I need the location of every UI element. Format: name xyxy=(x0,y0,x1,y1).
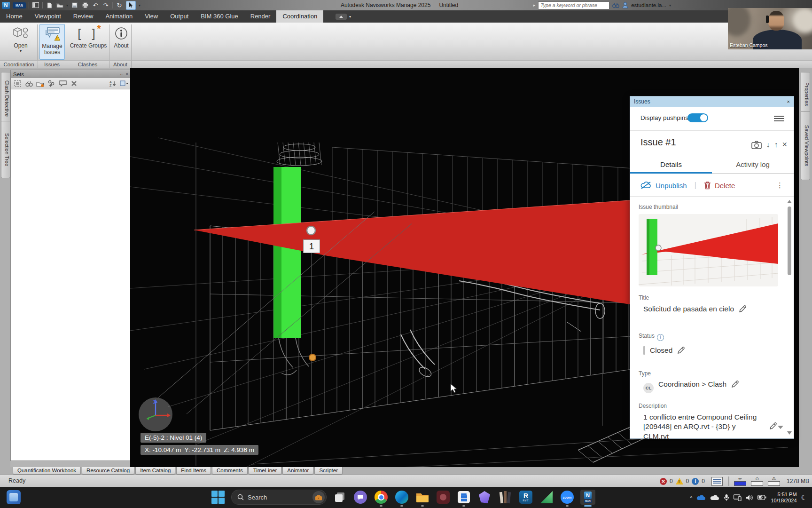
taskbar-search[interactable]: Search xyxy=(231,490,327,505)
tab-details[interactable]: Details xyxy=(630,157,712,173)
chat-app-icon[interactable] xyxy=(353,490,368,505)
cast-device-icon[interactable] xyxy=(734,494,742,501)
ribbon-state-icon[interactable] xyxy=(336,14,347,20)
issue-thumbnail[interactable] xyxy=(639,214,778,286)
more-options-icon[interactable]: ⋮ xyxy=(776,181,783,190)
redo-icon[interactable]: ↷ xyxy=(102,1,109,9)
keyword-search-input[interactable] xyxy=(538,1,609,9)
select-tool-button[interactable] xyxy=(126,1,136,10)
create-groups-button[interactable]: [ ] * Create Groups xyxy=(69,24,108,59)
app-menu-icon[interactable] xyxy=(32,1,39,9)
issues-scrollbar[interactable] xyxy=(786,199,793,436)
sort-icon[interactable]: AZ xyxy=(109,79,117,87)
dock-tab-timeliner[interactable]: TimeLiner xyxy=(249,467,282,475)
display-pushpins-toggle[interactable] xyxy=(687,113,708,122)
group-clashes[interactable]: Clashes xyxy=(66,61,109,69)
open-caret-icon[interactable]: ▾ xyxy=(66,3,68,8)
weather-cloud-icon[interactable] xyxy=(710,494,719,500)
dock-tab-comments[interactable]: Comments xyxy=(212,467,248,475)
signed-in-user[interactable]: estudiante.la... xyxy=(631,2,666,8)
edit-title-pencil-icon[interactable] xyxy=(739,305,747,313)
group-coordination[interactable]: Coordination xyxy=(0,61,38,69)
tab-view[interactable]: View xyxy=(139,10,164,23)
open-file-icon[interactable] xyxy=(56,1,63,9)
file-explorer-icon[interactable] xyxy=(415,490,430,505)
user-menu-caret-icon[interactable]: ▾ xyxy=(669,3,671,8)
comment-icon[interactable] xyxy=(59,79,67,87)
edge-icon[interactable] xyxy=(394,490,409,505)
warning-count-icon[interactable]: ! xyxy=(676,478,683,484)
pushpin-number-label[interactable]: 1 xyxy=(303,239,320,253)
expand-arrow-icon[interactable]: ▸ xyxy=(533,3,536,8)
autodesk-docs-icon[interactable] xyxy=(539,490,554,505)
microphone-icon[interactable] xyxy=(724,494,729,501)
revit-icon[interactable]: RRVT xyxy=(518,490,533,505)
scroll-up-icon[interactable] xyxy=(787,200,792,203)
tab-review[interactable]: Review xyxy=(67,10,100,23)
tab-home[interactable]: Home xyxy=(0,10,29,23)
tab-bim360glue[interactable]: BIM 360 Glue xyxy=(195,10,244,23)
task-view-icon[interactable] xyxy=(332,490,347,505)
pin-icon[interactable]: ⌐ xyxy=(120,71,123,77)
tab-animation[interactable]: Animation xyxy=(99,10,139,23)
save-icon[interactable] xyxy=(71,1,78,9)
select-tool-caret-icon[interactable]: ▾ xyxy=(139,3,141,8)
next-issue-icon[interactable]: ↓ xyxy=(766,141,770,149)
dock-tab-scripter[interactable]: Scripter xyxy=(314,467,343,475)
navisworks-taskbar-icon[interactable]: NMAN xyxy=(580,490,595,505)
dock-tab-saved-viewpoints[interactable]: Saved Viewpoints xyxy=(801,111,810,180)
open-button[interactable]: Open ▾ xyxy=(6,24,36,59)
close-icon[interactable]: × xyxy=(125,71,128,77)
manage-issues-button[interactable]: ! ManageIssues xyxy=(39,24,65,60)
delete-set-icon[interactable] xyxy=(70,79,78,87)
library-app-icon[interactable] xyxy=(498,490,513,505)
dock-tab-find-items[interactable]: Find Items xyxy=(176,467,211,475)
error-count-icon[interactable]: ✕ xyxy=(660,478,667,485)
refresh-icon[interactable]: ↻ xyxy=(116,1,123,9)
status-info-icon[interactable]: i xyxy=(657,334,664,341)
unpublish-button[interactable]: Unpublish xyxy=(640,181,687,190)
new-file-icon[interactable] xyxy=(46,1,53,9)
undo-icon[interactable]: ↶ xyxy=(92,1,99,9)
zoom-icon[interactable]: zoom xyxy=(560,490,575,505)
widgets-icon[interactable] xyxy=(7,490,21,504)
dock-tab-animator[interactable]: Animator xyxy=(282,467,313,475)
dock-tab-clash-detective[interactable]: Clash Detective xyxy=(1,72,10,126)
scroll-more-caret-icon[interactable] xyxy=(778,426,783,429)
search-binoculars-icon[interactable] xyxy=(612,2,619,8)
obsidian-icon[interactable] xyxy=(477,490,492,505)
tab-coordination[interactable]: Coordination xyxy=(276,10,323,23)
briefcase-badge-icon[interactable] xyxy=(312,491,325,503)
ribbon-state-caret-icon[interactable]: ▾ xyxy=(349,15,351,19)
adobe-app-icon[interactable] xyxy=(436,490,451,505)
clock[interactable]: 5:51 PM10/18/2024 xyxy=(771,492,796,504)
night-light-icon[interactable]: ☾ xyxy=(801,493,807,502)
previous-issue-icon[interactable]: ↑ xyxy=(774,141,778,149)
info-count-icon[interactable]: i xyxy=(692,478,699,485)
camera-icon[interactable] xyxy=(751,141,762,149)
navisworks-logo-icon[interactable]: N xyxy=(2,2,10,9)
group-issues[interactable]: Issues xyxy=(38,61,66,69)
dock-tab-selection-tree[interactable]: Selection Tree xyxy=(1,121,10,178)
battery-icon[interactable] xyxy=(757,495,766,500)
about-button[interactable]: About xyxy=(112,24,131,59)
filter-icon[interactable] xyxy=(120,79,128,87)
close-issue-icon[interactable]: × xyxy=(782,140,787,150)
tab-activity-log[interactable]: Activity log xyxy=(712,157,794,173)
tab-viewpoint[interactable]: Viewpoint xyxy=(29,10,67,23)
scrollbar-thumb[interactable] xyxy=(788,206,791,275)
dock-tab-resource-catalog[interactable]: Resource Catalog xyxy=(82,467,134,475)
issues-menu-icon[interactable] xyxy=(774,114,784,123)
start-button[interactable] xyxy=(211,490,226,505)
group-about[interactable]: About xyxy=(109,61,132,69)
edit-type-pencil-icon[interactable] xyxy=(731,380,739,388)
dock-tab-properties[interactable]: Properties xyxy=(801,72,810,116)
user-avatar-icon[interactable] xyxy=(622,2,628,8)
delete-button[interactable]: Delete xyxy=(704,181,735,190)
tab-output[interactable]: Output xyxy=(164,10,195,23)
issues-panel-titlebar[interactable]: Issues × xyxy=(630,96,794,107)
sets-panel-header[interactable]: Sets ⌐× xyxy=(11,70,131,78)
issues-panel-close-icon[interactable]: × xyxy=(787,99,790,104)
edit-description-pencil-icon[interactable] xyxy=(769,422,777,430)
open-dropdown-caret-icon[interactable]: ▾ xyxy=(20,49,22,53)
